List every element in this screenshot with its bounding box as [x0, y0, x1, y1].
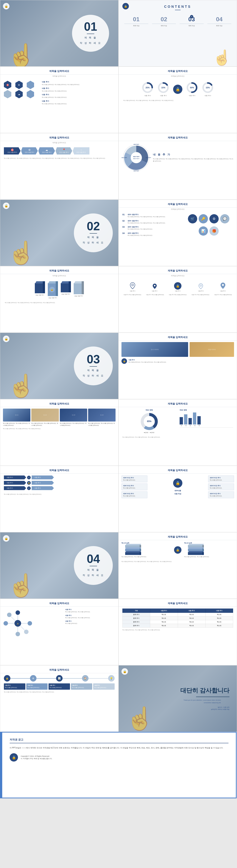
slide-row-11: 제목을 입력하세요 🔒 ⚙ 📊	[0, 665, 237, 732]
tab-3[interactable]: ☁ 간단 내용 추가	[38, 147, 55, 154]
tab-5[interactable]: → 간단 내용 추가	[73, 147, 89, 154]
slide-22-thankyou: ☝ 🔒 대단히 감사합니다 Thank you for your attenti…	[119, 665, 237, 732]
box-lt-3: 세부가이인 추가 텍스트를 입력하세요.	[122, 491, 148, 498]
slide-row-10: 제목을 입력하세요 🔒	[0, 599, 237, 665]
step-box-5: 내용 추가 텍스트를 입력하세요.	[93, 683, 114, 690]
svg-text:65%: 65%	[147, 420, 151, 423]
box-lt-1: 세부가이인 추가 텍스트를 입력하세요.	[122, 475, 148, 482]
section-item-02: 02 세부 내용 추가 텍스트를 입력하세요. 텍스트를 입력하세요. 텍스트를…	[123, 220, 181, 224]
svg-text:50%: 50%	[190, 87, 194, 89]
slide-row-9: ☝ 🔒 04 제 목 을 작 성 하 세 요 제목을 입력하세요	[0, 532, 237, 599]
percent-25: 25% 내용 추가	[142, 82, 154, 97]
cover3-korean-title: 제 목 을 작 성 하 세 요	[83, 368, 104, 378]
arrow-bar-row-2: 내용 추가 🔒 내용 추가	[4, 481, 114, 485]
cover4-number: 04	[87, 553, 100, 565]
tab-1[interactable]: 🎯 간단 내용 추가	[4, 147, 21, 154]
svg-point-34	[16, 632, 20, 636]
slide-row-6: ☝ 🔒 03 제 목 을 작 성 하 세 요 제목을 입력하세요	[0, 333, 237, 399]
icon-check-3: ✓	[27, 486, 31, 490]
percent-15-2: 15% 내용 추가	[202, 82, 214, 97]
box-rt-2: 세부가이인 추가 텍스트를 입력하세요.	[208, 484, 234, 490]
hex-4	[4, 90, 11, 98]
pin-3: 내용 추가	[198, 283, 204, 292]
section-item-01: 01 세부 내용 추가 텍스트를 입력하세요. 텍스트를 입력하세요. 텍스트를…	[123, 213, 181, 218]
percent-50: 50% 내용 추가	[186, 82, 198, 97]
box-rt-1: 세부가이인 추가 텍스트를 입력하세요.	[208, 475, 234, 482]
cover2-circle: 02 제 목 을 작 성 하 세 요	[74, 213, 113, 252]
slide-4-percentages: 제목을 입력하세요 제목을 입력하세요 25% 내용 추가	[119, 66, 237, 133]
city-image-4: 도시4	[88, 409, 115, 422]
slide-row-1: ☝ 🔒 01 제 목 을 작 성 하 세 요 🔒	[0, 0, 237, 66]
svg-point-20	[222, 284, 224, 286]
icon-circle-6: 🎁	[209, 226, 219, 236]
lock-icon: 🔒	[123, 3, 129, 9]
slide4-header: 제목을 입력하세요	[119, 67, 237, 74]
icon-circle-2: 🔑	[199, 214, 208, 223]
svg-text:15%: 15%	[161, 87, 165, 89]
icon-check-1: ✓	[27, 476, 31, 479]
cover1-korean-title: 제 목 을 작 성 하 세 요	[80, 35, 101, 45]
step-box-4: 내용 추가 텍스트를 입력하세요.	[71, 683, 93, 690]
icon-circle-3: ⚙	[209, 214, 219, 223]
slide3-header: 제목을 입력하세요	[0, 67, 118, 74]
hex-5: ☁	[16, 90, 23, 98]
cover1-number: 01	[84, 21, 97, 33]
layer-stack-1: 텍스트 입력	[122, 542, 171, 558]
center-lock-box: 🔒 세부내용내용 작성	[149, 475, 206, 498]
step-box-1: 내용 추가 텍스트를 입력하세요.	[4, 683, 25, 690]
content-lock-icon: 🔒	[122, 358, 127, 364]
svg-line-37	[20, 625, 25, 630]
copyright-header: 저작권 공고	[10, 738, 229, 743]
tab-4[interactable]: 📍 간단 내용 추가	[56, 147, 72, 154]
center-lock-icon: 🔒	[173, 82, 182, 97]
step-icon-5: 💡	[108, 675, 114, 682]
box3d-4: 성실 내용 추가	[74, 281, 84, 299]
donut-chart-area: 차트 제목 65% ■ 항목1 ■ 항목2	[123, 409, 176, 434]
icon-check-2: 🔒	[27, 481, 31, 485]
icon-circle-5: 📊	[199, 226, 208, 236]
pin-2: 내용 추가	[152, 283, 157, 292]
step-box-2: 내용 추가 텍스트를 입력하세요.	[26, 683, 48, 690]
slide-1-cover: ☝ 🔒 01 제 목 을 작 성 하 세 요	[0, 0, 119, 66]
bar-chart-area: 차트 제목 1월 2월 3월	[180, 409, 233, 434]
percent-15-1: 15% 내용 추가	[157, 82, 169, 97]
right-boxes: 세부가이인 추가 텍스트를 입력하세요. 세부가이인 추가 텍스트를 입력하세요…	[208, 475, 234, 498]
box3d-1: 성실 내용 추가	[35, 281, 45, 299]
svg-text:25%: 25%	[146, 87, 150, 89]
svg-point-32	[28, 621, 32, 625]
hex-2: ⚙	[16, 81, 23, 89]
data-table: 구분 내용 추가 내용 추가 내용 추가 항목 추가 텍스트 텍스트 텍스트	[123, 609, 233, 627]
contents-title: CONTENTS	[119, 0, 237, 9]
icon-circle-4: 💬	[220, 214, 230, 223]
slide-13-city-images: 제목을 입력하세요 도시1 텍스트를 입력하세요. 텍스트를 입력하세요. 텍스…	[0, 399, 119, 466]
arrow-bar-row-3: 내용 추가 ✓ 내용 추가	[4, 486, 114, 490]
slide-row-5: 제목을 입력하세요 제목을 입력하세요 성실 내용 추가	[0, 266, 237, 333]
layer-stack-2: 텍스트 입력	[184, 542, 234, 558]
slide-15-arrow-bars: 제목을 입력하세요 내용 추가 ✓ 내용 추가 내용 추가 🔒 내용 추가	[0, 466, 119, 532]
cover2-number: 02	[87, 220, 100, 232]
slide-11-cover3: ☝ 🔒 03 제 목 을 작 성 하 세 요	[0, 333, 119, 399]
box-rt-3: 세부가이인 추가 텍스트를 입력하세요.	[208, 491, 234, 498]
svg-point-14	[131, 152, 142, 163]
slide-5-tabs: 제목을 입력하세요 제목을 입력하세요 🎯 간단 내용 추가 ⚙ 간단 내용 추…	[0, 133, 119, 199]
tab-2[interactable]: ⚙ 간단 내용 추가	[21, 147, 38, 154]
cover2-korean-title: 제 목 을 작 성 하 세 요	[83, 235, 104, 245]
slide-row-3: 제목을 입력하세요 제목을 입력하세요 🎯 간단 내용 추가 ⚙ 간단 내용 추…	[0, 133, 237, 199]
slide-23-copyright: 저작권 공고 이 PPT파일은 ○○○○에서 제작한 것으로 저작권법 제17조…	[0, 732, 237, 798]
pin-4: 내용 추가	[220, 282, 226, 292]
hex-3	[27, 81, 34, 89]
pin-lock: 🔒 내용 추가	[174, 282, 181, 292]
step-icon-4: 🏠	[82, 675, 88, 682]
svg-point-19	[200, 285, 202, 286]
hex-1: 🎯	[4, 81, 11, 89]
left-boxes: 세부가이인 추가 텍스트를 입력하세요. 세부가이인 추가 텍스트를 입력하세요…	[122, 475, 148, 498]
svg-point-30	[3, 621, 8, 625]
slide-21-timeline: 제목을 입력하세요 🔒 ⚙ 📊	[0, 665, 119, 732]
cover4-korean-title: 제 목 을 작 성 하 세 요	[83, 567, 104, 578]
slide-20-table: 제목을 입력하세요 구분 내용 추가 내용 추가 내용 추가 항목 추가	[119, 599, 237, 665]
contents-item-4: 04 목목 작성	[207, 16, 232, 27]
slide-3-hexagon: 제목을 입력하세요 제목을 입력하세요 🎯 ⚙ ☁ 내용 추가 텍스트를 입력하…	[0, 66, 119, 133]
contents-item-3: ✕ 03 목목 작성	[180, 16, 204, 27]
image-1: 도시 이미지	[122, 342, 188, 357]
slide-17-cover4: ☝ 🔒 04 제 목 을 작 성 하 세 요	[0, 532, 119, 599]
